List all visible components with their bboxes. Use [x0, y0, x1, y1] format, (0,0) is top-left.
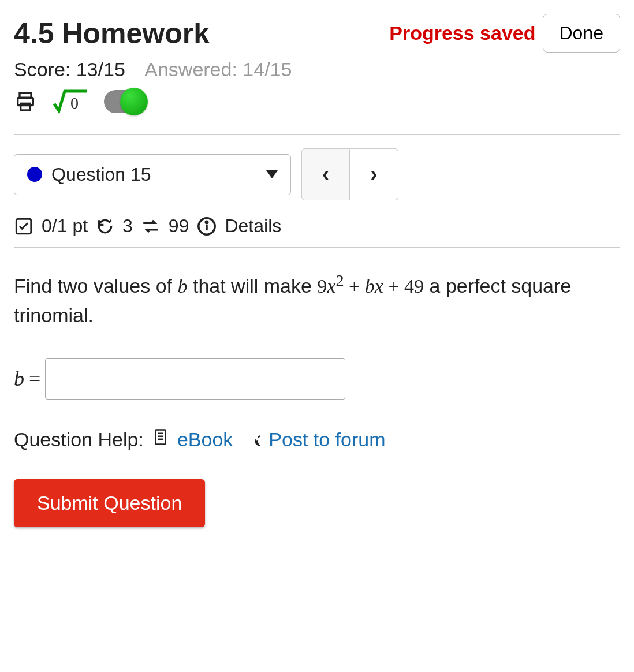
answer-equals: = — [29, 367, 40, 391]
ebook-icon — [152, 427, 169, 451]
done-button[interactable]: Done — [543, 14, 621, 53]
prev-question-button[interactable]: ‹ — [301, 148, 350, 200]
score-label: Score: 13/15 — [14, 58, 125, 80]
checkbox-icon — [14, 216, 33, 236]
post-to-forum-link[interactable]: Post to forum — [268, 428, 385, 451]
sqrt-zero-icon: 0 — [53, 89, 88, 114]
divider — [14, 134, 620, 135]
retry-icon — [96, 217, 114, 236]
math-expression: 9x2 + bx + 49 — [317, 275, 424, 297]
divider — [14, 247, 620, 248]
cycle-icon — [141, 216, 161, 236]
svg-point-7 — [206, 221, 208, 223]
answer-var-label: b — [14, 367, 24, 391]
svg-text:0: 0 — [70, 94, 79, 112]
math-input-toggle[interactable] — [104, 90, 147, 113]
prompt-text: Find two values of — [14, 275, 177, 297]
question-prompt: Find two values of b that will make 9x2 … — [14, 268, 620, 330]
next-question-button[interactable]: › — [350, 148, 398, 200]
toggle-knob — [120, 88, 148, 115]
question-help-label: Question Help: — [14, 428, 144, 451]
status-dot-icon — [27, 167, 42, 182]
attempts-label: 99 — [169, 215, 189, 237]
page-title: 4.5 Homework — [14, 17, 210, 50]
details-link[interactable]: Details — [225, 215, 281, 237]
answer-input[interactable] — [45, 358, 345, 400]
question-selector-dropdown[interactable]: Question 15 — [14, 154, 291, 195]
question-selector-label: Question 15 — [51, 164, 151, 185]
points-label: 0/1 pt — [42, 215, 88, 237]
chevron-left-icon: ‹ — [322, 162, 329, 186]
prompt-text: that will make — [187, 275, 317, 297]
retries-label: 3 — [122, 215, 133, 237]
ebook-link[interactable]: eBook — [177, 428, 233, 451]
comment-icon — [241, 427, 260, 451]
math-var: b — [177, 275, 187, 297]
progress-saved-label: Progress saved — [389, 22, 535, 44]
chevron-right-icon: › — [371, 162, 378, 186]
answered-label: Answered: 14/15 — [144, 58, 292, 80]
info-icon — [197, 216, 217, 236]
print-icon[interactable] — [14, 90, 37, 113]
chevron-down-icon — [266, 170, 278, 178]
submit-question-button[interactable]: Submit Question — [14, 479, 205, 527]
